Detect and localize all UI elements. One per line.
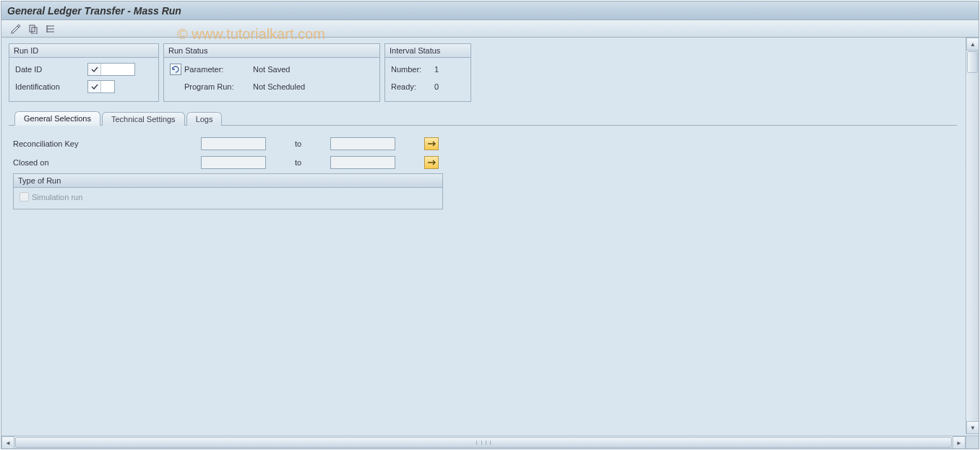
run-status-header: Run Status: [164, 44, 379, 58]
program-run-value: Not Scheduled: [253, 82, 305, 91]
reconciliation-to-label: to: [295, 139, 301, 148]
scroll-right-button[interactable]: ►: [953, 436, 966, 449]
reconciliation-key-to-input[interactable]: [330, 137, 395, 150]
hscroll-grip-icon: [476, 441, 491, 445]
simulation-run-checkbox-wrap: Simulation run: [20, 192, 437, 202]
closed-on-multi-select-button[interactable]: [424, 156, 439, 169]
tab-logs[interactable]: Logs: [186, 112, 223, 126]
status-refresh-icon[interactable]: [170, 64, 181, 75]
ready-label: Ready:: [391, 82, 434, 91]
hscroll-track[interactable]: [14, 436, 953, 449]
identification-dropdown-icon[interactable]: [88, 81, 101, 92]
run-id-header: Run ID: [9, 44, 158, 58]
reconciliation-multi-select-button[interactable]: [424, 137, 439, 150]
content-inner: Run ID Date ID Identif: [1, 38, 964, 434]
run-id-panel: Run ID Date ID Identif: [9, 43, 159, 102]
closed-on-label: Closed on: [13, 158, 201, 167]
parameter-label: Parameter:: [184, 65, 253, 74]
content-area: Run ID Date ID Identif: [1, 38, 979, 449]
identification-label: Identification: [15, 82, 87, 91]
page-title: General Ledger Transfer - Mass Run: [7, 5, 181, 17]
interval-status-panel: Interval Status Number: 1 Ready: 0: [384, 43, 471, 102]
horizontal-scrollbar[interactable]: ◄ ►: [1, 436, 979, 449]
identification-field[interactable]: [87, 80, 115, 93]
scroll-corner: [966, 436, 979, 449]
app-frame: General Ledger Transfer - Mass Run © www…: [1, 1, 979, 449]
tab-strip: General Selections Technical Settings Lo…: [14, 111, 957, 125]
reconciliation-key-from-input[interactable]: [201, 137, 266, 150]
number-label: Number:: [391, 65, 434, 74]
closed-on-to-input[interactable]: [330, 156, 395, 169]
parameter-value: Not Saved: [253, 65, 290, 74]
program-run-label: Program Run:: [184, 82, 253, 91]
expand-icon[interactable]: [45, 23, 56, 35]
toolbar: [1, 20, 979, 38]
number-value: 1: [434, 65, 439, 74]
simulation-run-checkbox: [20, 192, 29, 202]
reconciliation-key-label: Reconciliation Key: [13, 139, 201, 148]
copy-icon[interactable]: [27, 23, 39, 35]
date-id-input[interactable]: [101, 64, 134, 75]
vscroll-track[interactable]: [966, 51, 979, 421]
closed-on-from-input[interactable]: [201, 156, 266, 169]
tab-content: Reconciliation Key to Closed on to: [9, 126, 957, 220]
interval-status-header: Interval Status: [385, 44, 470, 58]
vertical-scrollbar[interactable]: ▲ ▼: [966, 38, 979, 434]
run-status-panel: Run Status Parameter: Not Saved Program …: [163, 43, 380, 102]
tab-technical-settings[interactable]: Technical Settings: [102, 112, 185, 126]
date-id-label: Date ID: [15, 65, 87, 74]
date-id-dropdown-icon[interactable]: [88, 64, 101, 75]
simulation-run-label: Simulation run: [32, 193, 82, 202]
scroll-up-button[interactable]: ▲: [966, 38, 979, 51]
scroll-left-button[interactable]: ◄: [1, 436, 14, 449]
scroll-down-button[interactable]: ▼: [966, 421, 979, 434]
closed-on-to-label: to: [295, 158, 301, 167]
type-of-run-header: Type of Run: [14, 174, 442, 188]
top-panels: Run ID Date ID Identif: [9, 43, 957, 102]
ready-value: 0: [434, 82, 439, 91]
hscroll-thumb[interactable]: [15, 437, 952, 448]
pencil-selection-icon[interactable]: [10, 23, 22, 35]
type-of-run-panel: Type of Run Simulation run: [13, 173, 443, 209]
titlebar: General Ledger Transfer - Mass Run: [1, 1, 979, 20]
tab-general-selections[interactable]: General Selections: [14, 111, 100, 126]
vscroll-thumb[interactable]: [967, 51, 978, 73]
date-id-field[interactable]: [87, 63, 135, 76]
identification-input[interactable]: [101, 81, 113, 92]
